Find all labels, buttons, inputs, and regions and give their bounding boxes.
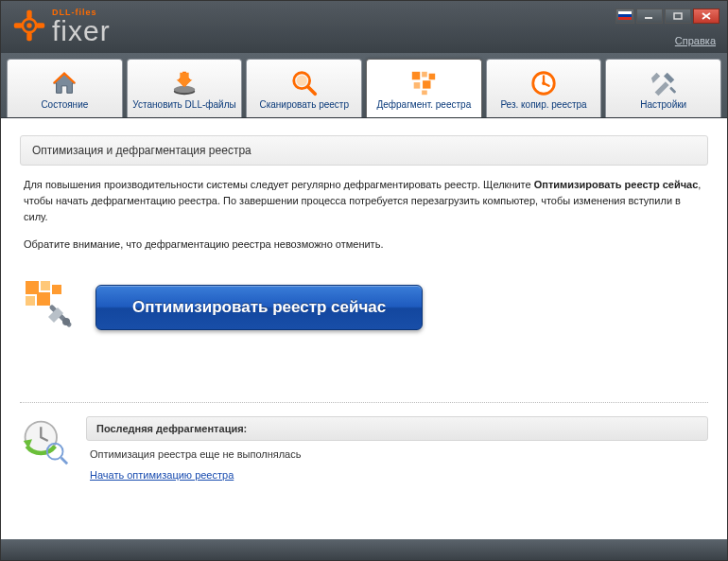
app-window: DLL-files fixer Справка [0, 0, 728, 561]
tools-icon [650, 70, 678, 96]
instruction-text-2: Обратите внимание, что дефрагментацию ре… [24, 237, 704, 253]
svg-point-29 [62, 318, 70, 325]
tab-settings[interactable]: Настройки [605, 59, 721, 117]
close-button[interactable] [693, 9, 719, 24]
text-bold-fragment: Оптимизировать реестр сейчас [534, 179, 699, 190]
svg-rect-0 [26, 9, 31, 18]
svg-rect-27 [37, 292, 50, 306]
svg-rect-24 [26, 281, 39, 294]
defrag-icon [409, 70, 438, 96]
magnifier-icon [290, 70, 319, 96]
download-icon [170, 70, 199, 96]
svg-rect-7 [618, 14, 632, 17]
content-area: Оптимизация и дефрагментация реестра Для… [1, 118, 727, 539]
window-controls [615, 9, 719, 24]
svg-point-22 [542, 81, 546, 85]
tab-status[interactable]: Состояние [7, 59, 123, 117]
defrag-large-icon [24, 279, 77, 336]
titlebar: DLL-files fixer Справка [1, 1, 727, 53]
tab-scan-registry[interactable]: Сканировать реестр [246, 59, 362, 117]
tab-label: Установить DLL-файлы [132, 99, 235, 110]
tab-bar: Состояние Установить DLL-файлы Сканирова… [1, 53, 727, 118]
tab-label: Состояние [41, 99, 88, 110]
svg-point-14 [296, 75, 306, 85]
tab-install-dll[interactable]: Установить DLL-файлы [127, 59, 243, 117]
minimize-button[interactable] [636, 9, 663, 24]
svg-rect-20 [422, 90, 427, 95]
language-flag-button[interactable] [615, 9, 634, 24]
svg-rect-18 [414, 82, 421, 89]
svg-rect-25 [41, 281, 50, 290]
svg-rect-19 [423, 80, 430, 88]
svg-rect-2 [14, 23, 23, 27]
tab-backup-registry[interactable]: Рез. копир. реестра [486, 59, 602, 117]
last-defrag-title: Последняя дефрагментация: [86, 416, 708, 441]
text-fragment: Для повышения производительности системы… [24, 179, 534, 190]
action-row: Оптимизировать реестр сейчас [24, 279, 704, 336]
clock-backup-icon [529, 70, 558, 96]
app-logo: DLL-files fixer [12, 9, 111, 46]
svg-rect-8 [618, 17, 632, 20]
last-defrag-info: Последняя дефрагментация: Оптимизация ре… [86, 416, 708, 482]
logo-brand-main: fixer [52, 17, 111, 45]
tab-label: Рез. копир. реестра [500, 99, 586, 110]
section-heading: Оптимизация и дефрагментация реестра [20, 135, 708, 166]
svg-rect-17 [429, 73, 436, 79]
svg-rect-6 [618, 11, 632, 14]
optimize-now-button[interactable]: Оптимизировать реестр сейчас [95, 285, 423, 330]
svg-rect-26 [26, 296, 35, 306]
footer-bar [1, 539, 727, 560]
svg-point-5 [26, 23, 31, 27]
svg-rect-15 [412, 71, 420, 79]
start-optimize-link[interactable]: Начать оптимизацию реестра [90, 469, 234, 481]
logo-icon [12, 9, 46, 46]
tab-label: Настройки [640, 99, 686, 110]
maximize-button[interactable] [665, 9, 691, 24]
tab-label: Сканировать реестр [259, 99, 349, 110]
tab-defrag-registry[interactable]: Дефрагмент. реестра [366, 59, 482, 117]
svg-rect-16 [422, 71, 427, 77]
home-icon [50, 70, 78, 96]
svg-rect-9 [645, 17, 652, 19]
clock-refresh-icon [20, 416, 69, 469]
svg-point-12 [174, 85, 196, 93]
svg-rect-23 [669, 86, 676, 93]
tab-label: Дефрагмент. реестра [376, 99, 471, 110]
svg-rect-10 [674, 13, 682, 19]
instruction-text-1: Для повышения производительности системы… [24, 177, 704, 225]
last-defrag-panel: Последняя дефрагментация: Оптимизация ре… [20, 402, 708, 482]
svg-rect-28 [52, 285, 61, 294]
help-link[interactable]: Справка [675, 35, 716, 46]
last-defrag-status: Оптимизация реестра еще не выполнялась [90, 448, 704, 460]
